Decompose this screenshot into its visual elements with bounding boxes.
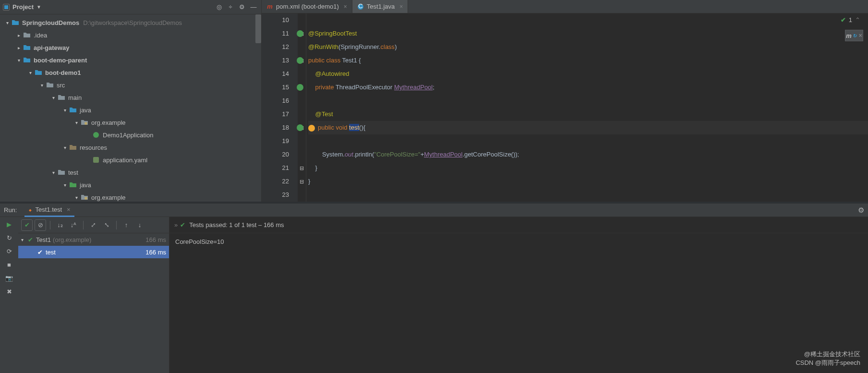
tree-node-java2[interactable]: ▾ java (0, 179, 261, 191)
tree-node-src[interactable]: ▾ src (0, 79, 261, 91)
test-tree[interactable]: ▾ ✔ Test1 (org.example) 166 ms ✔ test 16… (18, 233, 169, 373)
line-gutter[interactable]: 1011121314151617181920212223 (262, 13, 298, 202)
fold-column[interactable]: ⊟⊟⊟⊟⊟ (298, 13, 306, 202)
svg-point-2 (93, 132, 99, 138)
tree-node-idea[interactable]: ▸ .idea (0, 29, 261, 41)
console-line: CorePoolSize=10 (175, 238, 224, 245)
settings-icon[interactable]: ⚙ (237, 2, 247, 12)
tree-node-java1[interactable]: ▾ java (0, 104, 261, 116)
tree-node-main[interactable]: ▾ main (0, 91, 261, 104)
settings-icon[interactable]: ⚙ (858, 206, 864, 215)
project-header[interactable]: Project ▼ ◎ ÷ ⚙ — (0, 0, 261, 14)
run-tab[interactable]: ⬥ Test1.test × (24, 204, 74, 217)
test-row-class[interactable]: ▾ ✔ Test1 (org.example) 166 ms (18, 233, 169, 246)
tree-node-app[interactable]: Demo1Application (0, 129, 261, 141)
collapse-icon[interactable]: ÷ (226, 2, 235, 12)
dropdown-icon[interactable]: ▼ (36, 4, 41, 10)
chevron-down-icon[interactable]: ▾ (61, 145, 68, 150)
run-gutter-icon[interactable] (297, 57, 303, 64)
dump-icon[interactable]: 📷 (5, 274, 13, 282)
run-title: Run: (4, 206, 17, 214)
tree-node-pkg1[interactable]: ▾ org.example (0, 116, 261, 129)
chevron-right-icon[interactable]: ▸ (15, 33, 22, 38)
run-output-panel: » ✔ Tests passed: 1 of 1 test – 166 ms C… (169, 217, 868, 373)
show-ignored-icon[interactable]: ⊘ (35, 219, 46, 231)
chevron-down-icon[interactable]: ▾ (15, 58, 22, 63)
intention-bulb-icon[interactable] (308, 125, 315, 132)
tree-label: .idea (34, 32, 47, 39)
rerun-failed-icon[interactable]: ↻ (5, 233, 13, 242)
run-gutter-icon[interactable] (297, 124, 303, 131)
test-icon: ⬥ (28, 206, 32, 213)
tree-node-parent[interactable]: ▾ boot-demo-parent (0, 54, 261, 66)
close-icon[interactable]: × (399, 3, 403, 10)
chevron-down-icon[interactable]: ▾ (50, 170, 57, 175)
close-icon[interactable]: × (344, 3, 347, 10)
collapse-icon[interactable]: ⤡ (101, 219, 112, 231)
test-toolbar: ✔ ⊘ ↓₂ ↓ᴬ ⤢ ⤡ ↑ ↓ (18, 217, 169, 233)
test-row-method[interactable]: ✔ test 166 ms (18, 246, 169, 258)
console-output[interactable]: CorePoolSize=10 @稀土掘金技术社区 CSDN @雨雨子speec… (169, 233, 868, 373)
test-summary: » ✔ Tests passed: 1 of 1 test – 166 ms (169, 217, 868, 233)
rerun-icon[interactable]: ▶ (5, 220, 13, 229)
module-icon (23, 44, 31, 51)
tree-node-test[interactable]: ▾ test (0, 166, 261, 179)
run-header: Run: ⬥ Test1.test × ⚙ (0, 204, 868, 217)
tab-test1[interactable]: C Test1.java × (352, 0, 409, 13)
svg-text:C: C (358, 3, 362, 10)
close-icon[interactable]: × (67, 206, 71, 213)
run-gutter-icon[interactable] (297, 84, 303, 91)
tree-node-res[interactable]: ▾ resources (0, 141, 261, 154)
sort-alpha-icon[interactable]: ↓ᴬ (68, 219, 79, 231)
chevron-down-icon[interactable]: ▾ (27, 70, 34, 75)
spring-class-icon (92, 131, 100, 139)
code-editor[interactable]: 1011121314151617181920212223 ⊟⊟⊟⊟⊟ @Spri… (262, 13, 868, 202)
history-icon[interactable]: » (174, 221, 176, 229)
exit-icon[interactable]: ✖ (5, 287, 13, 296)
pass-icon: ✔ (37, 249, 43, 256)
chevron-down-icon[interactable]: ▾ (73, 120, 80, 125)
tree-label: main (68, 94, 82, 101)
code-content[interactable]: @SpringBootTest @RunWith(SpringRunner.cl… (306, 13, 868, 202)
tree-node-pkg2[interactable]: ▾ org.example (0, 191, 261, 202)
yaml-icon (92, 156, 100, 164)
prev-icon[interactable]: ↑ (121, 219, 132, 231)
chevron-down-icon[interactable]: ▾ (61, 108, 68, 113)
chevron-down-icon[interactable]: ▾ (73, 195, 80, 200)
show-passed-icon[interactable]: ✔ (21, 219, 33, 231)
chevron-down-icon[interactable]: ▾ (61, 182, 68, 188)
stop-icon[interactable]: ■ (5, 260, 13, 269)
test-folder-icon (69, 181, 77, 189)
chevron-down-icon[interactable]: ▾ (38, 83, 45, 88)
module-icon (12, 19, 19, 26)
toggle-auto-icon[interactable]: ⟳ (5, 247, 13, 255)
sort-icon[interactable]: ↓₂ (54, 219, 66, 231)
tree-label: Demo1Application (103, 132, 154, 139)
watermark: @稀土掘金技术社区 CSDN @雨雨子speech (796, 350, 860, 367)
chevron-down-icon[interactable]: ▾ (50, 95, 57, 100)
maven-icon: m (266, 3, 273, 10)
chevron-down-icon[interactable]: ▾ (4, 20, 11, 25)
test-tree-panel: ✔ ⊘ ↓₂ ↓ᴬ ⤢ ⤡ ↑ ↓ ▾ ✔ Test1 (org.example… (18, 217, 169, 373)
project-view-icon (3, 4, 10, 11)
tree-label: SpringcloudDemos (22, 19, 79, 26)
project-tree[interactable]: ▾ SpringcloudDemos D:\gitworkspace\Sprin… (0, 14, 261, 202)
scrollbar-thumb[interactable] (255, 14, 261, 43)
tab-pom[interactable]: m pom.xml (boot-demo1) × (262, 0, 352, 13)
chevron-down-icon[interactable]: ▾ (21, 237, 28, 242)
locate-icon[interactable]: ◎ (214, 2, 224, 12)
tree-node-api[interactable]: ▸ api-gateway (0, 41, 261, 54)
java-class-icon: C (357, 3, 364, 10)
expand-icon[interactable]: ⤢ (87, 219, 99, 231)
chevron-right-icon[interactable]: ▸ (15, 45, 22, 50)
svg-point-4 (84, 197, 87, 200)
package-icon (81, 119, 88, 126)
tree-node-demo1[interactable]: ▾ boot-demo1 (0, 66, 261, 79)
next-icon[interactable]: ↓ (134, 219, 145, 231)
tree-node-yaml[interactable]: application.yaml (0, 154, 261, 166)
tree-root[interactable]: ▾ SpringcloudDemos D:\gitworkspace\Sprin… (0, 16, 261, 29)
hide-icon[interactable]: — (249, 2, 258, 12)
pass-icon: ✔ (28, 236, 33, 243)
spring-gutter-icon[interactable] (297, 30, 303, 37)
resources-folder-icon (69, 144, 77, 151)
